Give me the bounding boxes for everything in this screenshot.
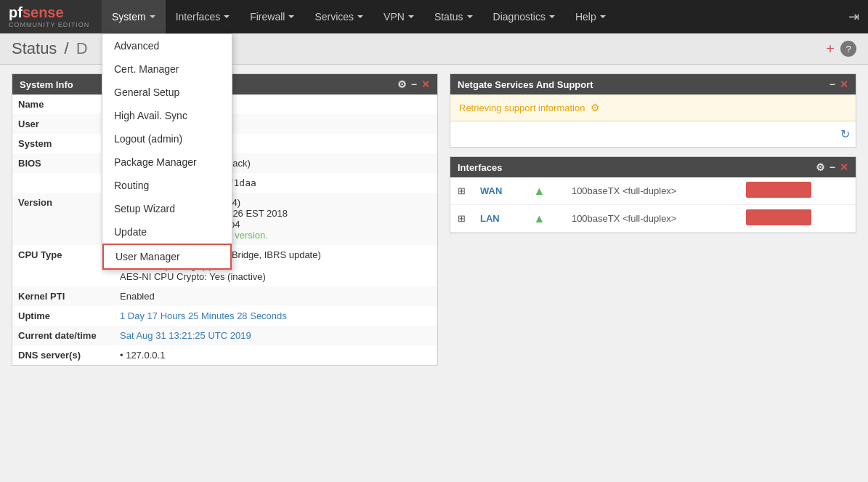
- menu-update[interactable]: Update: [102, 220, 232, 244]
- interfaces-caret: [224, 15, 230, 18]
- help-caret: [600, 15, 606, 18]
- nav-label-system: System: [112, 11, 146, 23]
- status-caret: [467, 15, 473, 18]
- nav-label-status: Status: [434, 11, 463, 23]
- support-close-icon[interactable]: ✕: [840, 79, 848, 90]
- interfaces-panel: Interfaces ⚙ − ✕ ⊞ WAN: [450, 156, 856, 233]
- wan-info-cell: 100baseTX <full-duplex>: [564, 177, 739, 205]
- support-panel: Netgate Services And Support − ✕ Retriev…: [450, 73, 856, 148]
- lan-link[interactable]: LAN: [480, 213, 500, 224]
- diagnostics-caret: [549, 15, 555, 18]
- nav-item-vpn[interactable]: VPN: [373, 0, 424, 33]
- wan-network-icon-cell: ⊞: [450, 177, 473, 205]
- row-label-id: [12, 173, 114, 193]
- uptime-link[interactable]: 1 Day 17 Hours 25 Minutes 28 Seconds: [120, 310, 287, 321]
- lan-status-cell: [739, 205, 856, 233]
- row-value-kernel: Enabled: [114, 286, 437, 306]
- table-row: Kernel PTI Enabled: [12, 286, 437, 306]
- system-dropdown: Advanced Cert. Manager General Setup Hig…: [102, 33, 232, 270]
- wan-network-icon: ⊞: [458, 185, 466, 196]
- row-label-version: Version: [12, 193, 114, 245]
- logout-icon[interactable]: ⇥: [848, 9, 859, 25]
- brand: pfsense COMMUNITY EDITION: [0, 0, 102, 33]
- nav-item-help[interactable]: Help: [565, 0, 616, 33]
- nav-label-diagnostics: Diagnostics: [493, 11, 545, 23]
- lan-up-arrow: ▲: [534, 212, 545, 225]
- vpn-caret: [408, 15, 414, 18]
- interfaces-close-icon[interactable]: ✕: [840, 161, 848, 173]
- lan-info-cell: 100baseTX <full-duplex>: [564, 205, 739, 233]
- navbar: pfsense COMMUNITY EDITION System Advance…: [0, 0, 868, 33]
- row-label-bios: BIOS: [12, 153, 114, 173]
- menu-advanced[interactable]: Advanced: [102, 34, 232, 57]
- page-actions: + ?: [826, 41, 856, 57]
- logo-sub: COMMUNITY EDITION: [9, 21, 89, 28]
- refresh-button[interactable]: ↻: [840, 127, 850, 141]
- support-panel-actions: − ✕: [830, 79, 848, 90]
- support-minimize-icon[interactable]: −: [830, 79, 835, 90]
- table-row: ⊞ LAN ▲ 100baseTX <full-duplex>: [450, 205, 856, 233]
- nav-label-help: Help: [575, 11, 596, 23]
- interfaces-body: ⊞ WAN ▲ 100baseTX <full-duplex>: [450, 177, 856, 233]
- menu-routing[interactable]: Routing: [102, 174, 232, 197]
- nav-item-firewall[interactable]: Firewall: [240, 0, 304, 33]
- system-info-close-icon[interactable]: ✕: [421, 79, 430, 90]
- nav-label-services: Services: [315, 11, 354, 23]
- nav-item-services[interactable]: Services: [304, 0, 373, 33]
- nav-label-firewall: Firewall: [250, 11, 285, 23]
- menu-high-avail[interactable]: High Avail. Sync: [102, 104, 232, 127]
- support-footer: ↻: [450, 121, 856, 147]
- page-title: Status / D: [12, 39, 88, 58]
- menu-setup-wizard[interactable]: Setup Wizard: [102, 197, 232, 220]
- menu-package-manager[interactable]: Package Manager: [102, 150, 232, 174]
- row-label-dns: DNS server(s): [12, 345, 114, 365]
- table-row: ⊞ WAN ▲ 100baseTX <full-duplex>: [450, 177, 856, 205]
- interfaces-panel-header: Interfaces ⚙ − ✕: [450, 157, 856, 177]
- wan-up-arrow: ▲: [534, 185, 545, 197]
- interfaces-table: ⊞ WAN ▲ 100baseTX <full-duplex>: [450, 177, 856, 233]
- lan-status-bar: [746, 209, 811, 225]
- row-label-kernel: Kernel PTI: [12, 286, 114, 306]
- logo-text: pfsense: [9, 5, 89, 20]
- wan-status-bar: [746, 182, 811, 198]
- row-value-datetime: Sat Aug 31 13:21:25 UTC 2019: [114, 326, 437, 345]
- lan-network-icon-cell: ⊞: [450, 205, 473, 233]
- interfaces-gear-icon[interactable]: ⚙: [816, 161, 825, 173]
- right-column: Netgate Services And Support − ✕ Retriev…: [450, 73, 856, 374]
- datetime-link[interactable]: Sat Aug 31 13:21:25 UTC 2019: [120, 330, 251, 341]
- nav-item-diagnostics[interactable]: Diagnostics: [483, 0, 565, 33]
- spin-icon: ⚙: [591, 102, 600, 113]
- system-caret: [150, 15, 155, 18]
- menu-user-manager[interactable]: User Manager: [102, 244, 232, 270]
- system-info-title: System Info: [20, 79, 73, 90]
- add-button[interactable]: +: [826, 41, 835, 57]
- help-button[interactable]: ?: [840, 41, 856, 57]
- wan-link[interactable]: WAN: [480, 185, 502, 196]
- logo: pfsense COMMUNITY EDITION: [9, 5, 89, 28]
- row-label-datetime: Current date/time: [12, 326, 114, 345]
- breadcrumb-sep: /: [65, 39, 73, 57]
- firewall-caret: [288, 15, 294, 18]
- interfaces-panel-actions: ⚙ − ✕: [816, 161, 848, 173]
- row-value-dns: • 127.0.0.1: [114, 345, 437, 365]
- lan-name-cell: LAN: [473, 205, 527, 233]
- lan-arrow-cell: ▲: [527, 205, 564, 233]
- services-caret: [357, 15, 363, 18]
- nav-item-interfaces[interactable]: Interfaces: [166, 0, 240, 33]
- menu-cert-manager[interactable]: Cert. Manager: [102, 57, 232, 81]
- nav-items: System Advanced Cert. Manager General Se…: [102, 0, 616, 33]
- nav-item-system[interactable]: System Advanced Cert. Manager General Se…: [102, 0, 166, 33]
- nav-label-vpn: VPN: [384, 11, 405, 23]
- system-info-gear-icon[interactable]: ⚙: [397, 79, 407, 90]
- nav-item-status[interactable]: Status: [424, 0, 483, 33]
- support-retrieving: Retrieving support information ⚙: [459, 102, 847, 113]
- table-row: Current date/time Sat Aug 31 13:21:25 UT…: [12, 326, 437, 345]
- table-row: Uptime 1 Day 17 Hours 25 Minutes 28 Seco…: [12, 306, 437, 326]
- system-info-minimize-icon[interactable]: −: [411, 79, 417, 90]
- interfaces-minimize-icon[interactable]: −: [830, 161, 835, 173]
- menu-logout[interactable]: Logout (admin): [102, 127, 232, 150]
- page-title-text: Status: [12, 39, 57, 57]
- nav-label-interfaces: Interfaces: [176, 11, 220, 23]
- menu-general-setup[interactable]: General Setup: [102, 81, 232, 104]
- system-info-actions: ⚙ − ✕: [397, 79, 430, 90]
